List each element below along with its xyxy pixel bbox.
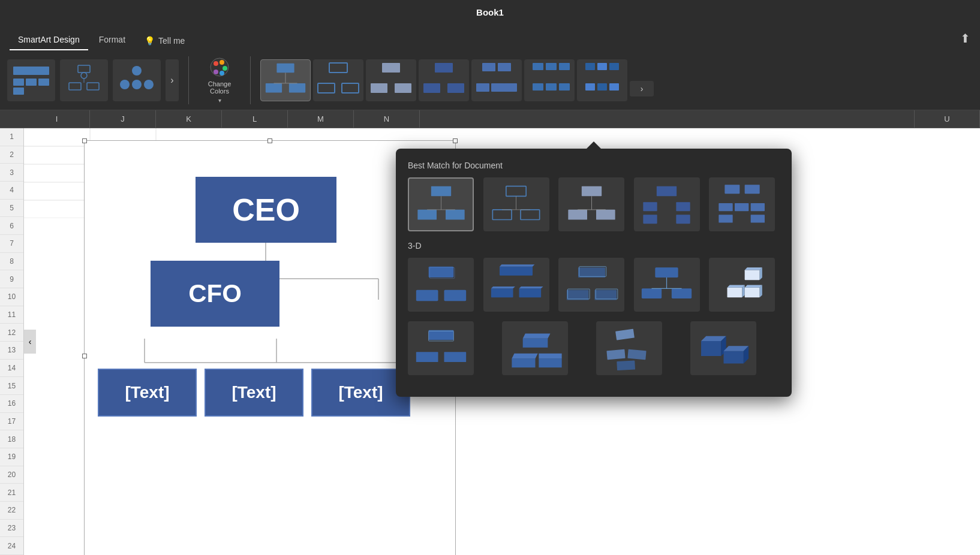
palette-icon bbox=[209, 56, 230, 78]
style-item-5[interactable] bbox=[709, 177, 775, 231]
svg-rect-100 bbox=[596, 209, 615, 219]
svg-rect-119 bbox=[500, 266, 533, 275]
svg-rect-48 bbox=[585, 83, 595, 91]
3d-grid bbox=[408, 258, 780, 312]
text-box-2-label: [Text] bbox=[232, 383, 276, 402]
svg-rect-152 bbox=[512, 358, 535, 367]
ribbon-divider bbox=[188, 56, 189, 104]
svg-point-6 bbox=[81, 73, 87, 79]
svg-rect-111 bbox=[735, 203, 748, 211]
style-item-2[interactable] bbox=[483, 177, 549, 231]
svg-rect-30 bbox=[395, 83, 411, 93]
style-item-1[interactable] bbox=[408, 177, 474, 231]
text-box-2[interactable]: [Text] bbox=[205, 369, 303, 417]
style-thumb-7[interactable] bbox=[577, 59, 627, 101]
style-3d-low-4[interactable] bbox=[690, 321, 756, 375]
svg-rect-20 bbox=[276, 63, 294, 73]
style-3d-5[interactable] bbox=[709, 258, 775, 312]
svg-point-10 bbox=[132, 66, 142, 76]
tab-format[interactable]: Format bbox=[91, 30, 134, 50]
svg-rect-2 bbox=[26, 79, 37, 86]
row-num-12: 12 bbox=[0, 324, 23, 342]
style-thumb-5[interactable] bbox=[471, 59, 522, 101]
share-button[interactable]: ⬆ bbox=[960, 31, 970, 50]
svg-marker-143 bbox=[745, 285, 762, 287]
svg-marker-137 bbox=[745, 267, 762, 270]
layout-thumb-2[interactable] bbox=[60, 59, 108, 101]
style-item-3[interactable] bbox=[558, 177, 624, 231]
row-num-23: 23 bbox=[0, 520, 23, 538]
change-colors-button[interactable]: ChangeColors ▾ bbox=[199, 52, 241, 108]
svg-rect-39 bbox=[533, 63, 543, 70]
svg-rect-108 bbox=[725, 185, 739, 194]
svg-rect-132 bbox=[642, 288, 662, 298]
text-box-1-label: [Text] bbox=[125, 383, 169, 402]
svg-rect-158 bbox=[617, 360, 635, 370]
column-headers: I J K L M N U bbox=[0, 110, 980, 128]
svg-rect-43 bbox=[546, 83, 557, 91]
svg-rect-5 bbox=[78, 65, 90, 73]
svg-marker-149 bbox=[522, 333, 550, 338]
svg-rect-38 bbox=[504, 83, 517, 92]
svg-rect-145 bbox=[428, 330, 453, 340]
svg-rect-116 bbox=[416, 289, 438, 300]
row-num-22: 22 bbox=[0, 502, 23, 520]
svg-point-16 bbox=[220, 60, 224, 65]
text-box-1[interactable]: [Text] bbox=[98, 369, 197, 417]
text-box-3-label: [Text] bbox=[338, 383, 383, 402]
row-num-24: 24 bbox=[0, 537, 23, 555]
svg-rect-34 bbox=[482, 63, 495, 71]
style-thumb-6[interactable] bbox=[524, 59, 575, 101]
row-num-8: 8 bbox=[0, 253, 23, 271]
svg-marker-151 bbox=[512, 353, 537, 358]
styles-more-button[interactable]: › bbox=[630, 81, 654, 96]
col-header-j: J bbox=[90, 110, 156, 128]
svg-rect-109 bbox=[745, 185, 760, 194]
best-match-grid bbox=[408, 177, 780, 231]
svg-rect-4 bbox=[13, 88, 24, 95]
svg-rect-31 bbox=[435, 63, 453, 73]
svg-rect-159 bbox=[701, 341, 721, 356]
row-num-14: 14 bbox=[0, 360, 23, 378]
layout-thumb-3[interactable] bbox=[113, 59, 161, 101]
svg-rect-28 bbox=[382, 63, 400, 73]
row-num-10: 10 bbox=[0, 288, 23, 306]
style-3d-4[interactable] bbox=[634, 258, 700, 312]
row-num-1: 1 bbox=[0, 128, 23, 146]
svg-rect-154 bbox=[539, 358, 561, 367]
style-3d-low-3[interactable] bbox=[596, 321, 662, 375]
svg-rect-90 bbox=[446, 209, 465, 219]
svg-rect-103 bbox=[657, 186, 677, 196]
svg-rect-25 bbox=[329, 63, 347, 73]
style-3d-1[interactable] bbox=[408, 258, 474, 312]
svg-rect-157 bbox=[627, 349, 646, 360]
style-3d-low-2[interactable] bbox=[502, 321, 568, 375]
svg-rect-155 bbox=[615, 328, 635, 340]
style-item-4[interactable] bbox=[634, 177, 700, 231]
layouts-more-button[interactable]: › bbox=[166, 59, 179, 101]
style-thumb-4[interactable] bbox=[419, 59, 469, 101]
style-thumb-2[interactable] bbox=[313, 59, 363, 101]
svg-rect-136 bbox=[745, 270, 760, 280]
svg-rect-133 bbox=[672, 288, 692, 298]
row-num-18: 18 bbox=[0, 430, 23, 448]
row-num-15: 15 bbox=[0, 377, 23, 395]
svg-rect-150 bbox=[522, 338, 548, 347]
nav-left-arrow[interactable]: ‹ bbox=[24, 330, 36, 354]
layout-thumb-1[interactable] bbox=[7, 59, 55, 101]
handle-ml[interactable] bbox=[82, 354, 87, 358]
cfo-box[interactable]: CFO bbox=[151, 261, 279, 327]
ribbon-tabs: SmartArt Design Format 💡 Tell me ⬆ bbox=[0, 24, 980, 50]
handle-tm[interactable] bbox=[267, 138, 272, 143]
ceo-box[interactable]: CEO bbox=[196, 177, 336, 243]
tab-smartart-design[interactable]: SmartArt Design bbox=[10, 30, 88, 50]
handle-tr[interactable] bbox=[453, 138, 458, 143]
handle-tl[interactable] bbox=[82, 138, 87, 143]
style-3d-low-1[interactable] bbox=[408, 321, 474, 375]
svg-rect-123 bbox=[519, 288, 542, 297]
tab-tell-me[interactable]: 💡 Tell me bbox=[136, 31, 193, 50]
style-thumb-3[interactable] bbox=[366, 59, 416, 101]
style-thumb-1[interactable] bbox=[260, 59, 311, 101]
style-3d-2[interactable] bbox=[483, 258, 549, 312]
style-3d-3[interactable] bbox=[558, 258, 624, 312]
